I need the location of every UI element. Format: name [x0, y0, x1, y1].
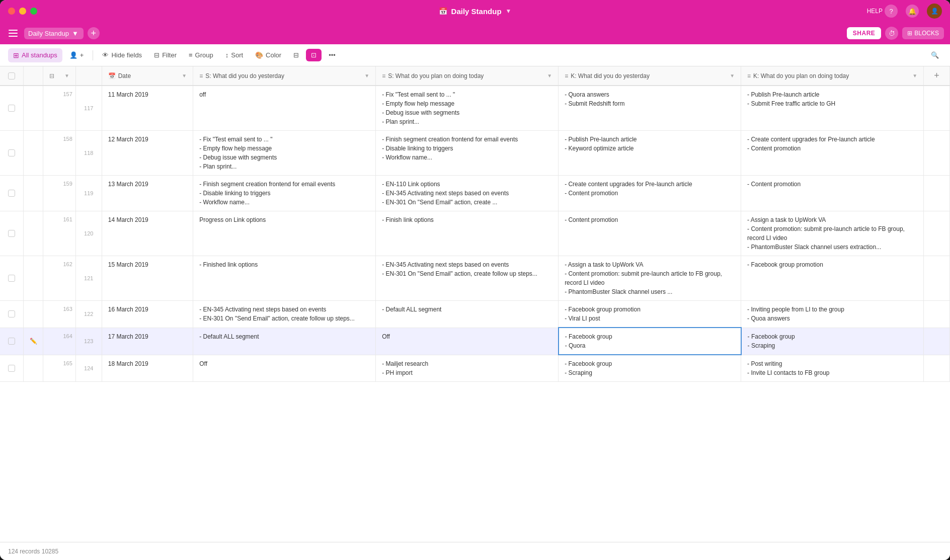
- title-dropdown-arrow[interactable]: ▼: [506, 8, 512, 15]
- row-checkbox[interactable]: [8, 310, 15, 317]
- row-s-today[interactable]: - Finish segment creation frontend for e…: [376, 131, 559, 176]
- row-k-today[interactable]: - Content promotion: [741, 176, 924, 211]
- row-k-today[interactable]: - Assign a task to UpWork VA - Content p…: [741, 211, 924, 256]
- row-checkbox[interactable]: [8, 275, 15, 282]
- history-icon[interactable]: ⏱: [885, 27, 898, 40]
- table-row: ✏️16412317 March 2019- Default ALL segme…: [0, 328, 950, 355]
- col-header-date[interactable]: 📅 Date ▼: [102, 66, 193, 86]
- col-header-k-yesterday[interactable]: ≡ K: What did you do yesterday ▼: [559, 66, 741, 86]
- main-table: ⊟ ▼ 📅 Date ▼: [0, 66, 950, 382]
- chart-button[interactable]: ⊟: [288, 49, 304, 61]
- row-k-today[interactable]: - Create content upgrades for Pre-launch…: [741, 131, 924, 176]
- row-s-yesterday[interactable]: Progress on Link options: [193, 211, 376, 256]
- search-button[interactable]: 🔍: [928, 48, 942, 62]
- row-k-today[interactable]: - Facebook group - Scraping: [741, 328, 924, 355]
- row-s-today[interactable]: - Default ALL segment: [376, 301, 559, 328]
- row-s-yesterday[interactable]: - Finish segment creation frontend for e…: [193, 176, 376, 211]
- row-s-today[interactable]: - Finish link options: [376, 211, 559, 256]
- row-k-yesterday[interactable]: - Facebook group - Scraping: [559, 355, 741, 382]
- add-column-button[interactable]: +: [930, 70, 943, 81]
- row-s-yesterday[interactable]: - EN-345 Activating next steps based on …: [193, 301, 376, 328]
- row-check-cell: [0, 256, 24, 301]
- row-checkbox[interactable]: [8, 338, 15, 345]
- row-checkbox[interactable]: [8, 190, 15, 197]
- row-s-today[interactable]: - Fix "Test email sent to ... " - Empty …: [376, 86, 559, 131]
- minimize-button[interactable]: [19, 8, 26, 15]
- help-button[interactable]: HELP ?: [867, 5, 898, 18]
- row-k-yesterday[interactable]: - Create content upgrades for Pre-launch…: [559, 176, 741, 211]
- row-s-today[interactable]: Off: [376, 328, 559, 355]
- row-date[interactable]: 18 March 2019: [102, 355, 193, 382]
- row-s-yesterday[interactable]: off: [193, 86, 376, 131]
- row-s-today[interactable]: - EN-110 Link options - EN-345 Activatin…: [376, 176, 559, 211]
- row-checkbox[interactable]: [8, 230, 15, 237]
- date-col-resize[interactable]: [191, 66, 193, 85]
- row-s-today[interactable]: - Mailjet research - PH import: [376, 355, 559, 382]
- row-s-yesterday[interactable]: Off: [193, 355, 376, 382]
- close-button[interactable]: [8, 8, 15, 15]
- row-date[interactable]: 12 March 2019: [102, 131, 193, 176]
- avatar[interactable]: 👤: [927, 4, 942, 19]
- add-view-button[interactable]: +: [88, 27, 100, 39]
- tab-all-standups[interactable]: ⊞ All standups: [8, 48, 62, 62]
- form-icon: ⊡: [311, 51, 316, 59]
- add-member-button[interactable]: 👤 +: [64, 49, 89, 61]
- col-header-add[interactable]: +: [924, 66, 950, 86]
- k-today-resize[interactable]: [921, 66, 923, 85]
- more-options-button[interactable]: •••: [324, 49, 341, 61]
- row-date[interactable]: 13 March 2019: [102, 176, 193, 211]
- col-header-check[interactable]: [0, 66, 24, 86]
- col-header-s-yesterday[interactable]: ≡ S: What did you do yesterday ▼: [193, 66, 376, 86]
- row-k-yesterday[interactable]: - Publish Pre-launch article - Keyword o…: [559, 131, 741, 176]
- row-s-yesterday[interactable]: - Default ALL segment: [193, 328, 376, 355]
- row-k-yesterday[interactable]: - Quora answers - Submit Redshift form: [559, 86, 741, 131]
- row-checkbox[interactable]: [8, 365, 15, 372]
- notification-icon[interactable]: 🔔: [906, 5, 919, 18]
- blocks-label: BLOCKS: [914, 30, 939, 37]
- row-k-yesterday[interactable]: - Content promotion: [559, 211, 741, 256]
- row-date[interactable]: 17 March 2019: [102, 328, 193, 355]
- row-s-yesterday[interactable]: - Fix "Test email sent to ... " - Empty …: [193, 131, 376, 176]
- row-k-today[interactable]: - Post writing - Invite LI contacts to F…: [741, 355, 924, 382]
- row-k-yesterday[interactable]: - Facebook group - Quora: [559, 328, 741, 355]
- separator-1: [93, 50, 93, 60]
- hide-fields-button[interactable]: 👁 Hide fields: [97, 49, 147, 61]
- row-date[interactable]: 11 March 2019: [102, 86, 193, 131]
- row-date[interactable]: 15 March 2019: [102, 256, 193, 301]
- blocks-button[interactable]: ⊞ BLOCKS: [902, 27, 944, 39]
- edit-icon[interactable]: ✏️: [30, 338, 37, 345]
- help-icon[interactable]: ?: [885, 5, 898, 18]
- col-header-k-today[interactable]: ≡ K: What do you plan on doing today ▼: [741, 66, 924, 86]
- row-checkbox[interactable]: [8, 105, 15, 112]
- row-checkbox[interactable]: [8, 149, 15, 156]
- row-k-yesterday[interactable]: - Assign a task to UpWork VA - Content p…: [559, 256, 741, 301]
- s-today-resize[interactable]: [556, 66, 558, 85]
- row-k-today[interactable]: - Inviting people from LI to the group -…: [741, 301, 924, 328]
- row-s-today[interactable]: - EN-345 Activating next steps based on …: [376, 256, 559, 301]
- row-s-yesterday[interactable]: - Finished link options: [193, 256, 376, 301]
- filter-button[interactable]: ⊟ Filter: [149, 49, 182, 61]
- col-k-today-label: K: What do you plan on doing today: [753, 72, 849, 79]
- group-button[interactable]: ≡ Group: [184, 49, 218, 61]
- table-row: 16112014 March 2019Progress on Link opti…: [0, 211, 950, 256]
- table-container[interactable]: ⊟ ▼ 📅 Date ▼: [0, 66, 950, 542]
- select-all-checkbox[interactable]: [8, 72, 15, 79]
- col-header-s-today[interactable]: ≡ S: What do you plan on doing today ▼: [376, 66, 559, 86]
- k-today-sort-arrow: ▼: [912, 73, 917, 78]
- k-yesterday-resize[interactable]: [739, 66, 741, 85]
- sort-button[interactable]: ↕ Sort: [220, 49, 248, 61]
- row-k-yesterday[interactable]: - Facebook group promotion - Viral LI po…: [559, 301, 741, 328]
- maximize-button[interactable]: [30, 8, 37, 15]
- row-id-cell: 123: [75, 328, 102, 355]
- menu-button[interactable]: [6, 26, 20, 40]
- active-view-button[interactable]: ⊡: [306, 49, 322, 61]
- group-icon: ≡: [189, 51, 193, 59]
- current-view-button[interactable]: Daily Standup ▼: [24, 28, 84, 39]
- row-k-today[interactable]: - Publish Pre-launch article - Submit Fr…: [741, 86, 924, 131]
- s-yesterday-resize[interactable]: [373, 66, 375, 85]
- row-date[interactable]: 16 March 2019: [102, 301, 193, 328]
- row-date[interactable]: 14 March 2019: [102, 211, 193, 256]
- row-k-today[interactable]: - Facebook group promotion: [741, 256, 924, 301]
- share-button[interactable]: SHARE: [847, 27, 882, 39]
- color-button[interactable]: 🎨 Color: [250, 49, 286, 61]
